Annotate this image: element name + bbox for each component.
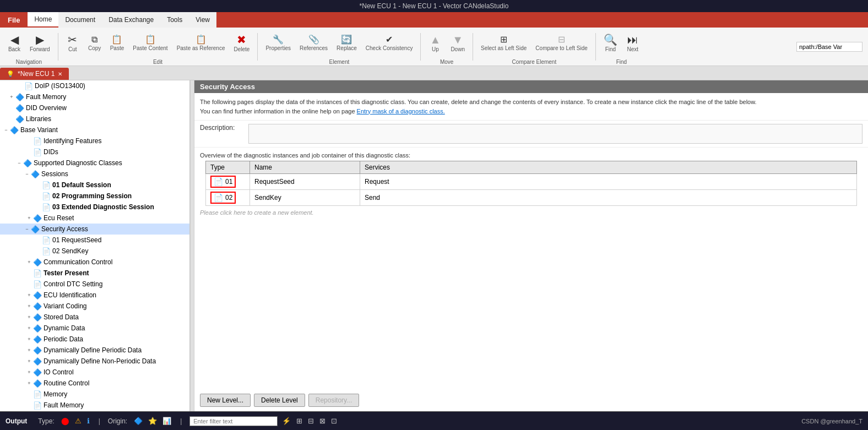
- delete-button[interactable]: ✖ Delete: [229, 28, 254, 58]
- next-button[interactable]: ⏭ Next: [622, 28, 644, 58]
- sidebar-item-req-seed[interactable]: 📄 01 RequestSeed: [0, 235, 189, 246]
- origin-icon-3[interactable]: 📊: [162, 417, 171, 425]
- properties-button[interactable]: 🔧 Properties: [261, 28, 295, 58]
- filter-input[interactable]: [189, 416, 278, 426]
- select-as-left-side-button[interactable]: ⊞ Select as Left Side: [476, 28, 531, 58]
- paste-icon: 📋: [111, 35, 122, 44]
- sidebar-item-dids[interactable]: 📄 DIDs: [0, 146, 189, 157]
- table-row[interactable]: 📄 01 RequestSeed Request: [206, 174, 857, 190]
- properties-icon: 🔧: [273, 35, 284, 44]
- menu-data-exchange[interactable]: Data Exchange: [102, 12, 160, 28]
- table-cell-services-01: Request: [360, 174, 857, 190]
- sidebar-item-session-02[interactable]: 📄 02 Programming Session: [0, 190, 189, 202]
- filter-apply-icon[interactable]: ⚡: [282, 417, 291, 425]
- move-label: Move: [424, 59, 469, 66]
- sidebar-item-session-03[interactable]: 📄 03 Extended Diagnostic Session: [0, 202, 189, 213]
- tab-close-button[interactable]: ✕: [58, 71, 62, 77]
- sidebar-item-ecu-reset[interactable]: + 🔷 Ecu Reset: [0, 213, 189, 224]
- origin-icon-2[interactable]: ⭐: [148, 417, 157, 425]
- menu-view[interactable]: View: [189, 12, 216, 28]
- sidebar-item-send-key[interactable]: 📄 02 SendKey: [0, 246, 189, 257]
- filter-table-icon-3[interactable]: ⊠: [319, 417, 326, 425]
- panel-buttons: New Level... Delete Level Repository...: [194, 389, 868, 411]
- repository-button[interactable]: Repository...: [308, 394, 359, 407]
- filter-table-icon-4[interactable]: ⊡: [331, 417, 337, 425]
- sidebar-item-did-overview[interactable]: 🔷 DID Overview: [0, 102, 189, 113]
- sidebar-item-dynamic-data[interactable]: + 🔷 Dynamic Data: [0, 323, 189, 334]
- sidebar-item-user-defined-fault[interactable]: + 🔷 User Defined Fault Memories: [0, 411, 189, 411]
- sidebar-item-supported-diag[interactable]: − 🔷 Supported Diagnostic Classes: [0, 157, 189, 168]
- cut-icon: ✂: [68, 34, 77, 45]
- sidebar-item-sessions[interactable]: − 🔷 Sessions: [0, 168, 189, 179]
- title-text: *New ECU 1 - New ECU 1 - Vector CANdelaS…: [360, 2, 509, 10]
- sidebar-item-tester-present[interactable]: 📄 Tester Present: [0, 268, 189, 279]
- back-button[interactable]: ◀ Back: [3, 28, 25, 58]
- sidebar-item-routine-control[interactable]: + 🔷 Routine Control: [0, 378, 189, 389]
- copy-button[interactable]: ⧉ Copy: [84, 28, 106, 58]
- separator-2: |: [180, 417, 182, 425]
- back-icon: ◀: [10, 34, 19, 45]
- error-icon[interactable]: ⬤: [61, 417, 69, 425]
- sidebar-item-memory[interactable]: 📄 Memory: [0, 389, 189, 400]
- next-icon: ⏭: [627, 34, 638, 45]
- sidebar-item-io-control[interactable]: + 🔷 IO Control: [0, 367, 189, 378]
- sidebar-item-stored-data[interactable]: + 🔷 Stored Data: [0, 312, 189, 323]
- origin-icon-1[interactable]: 🔷: [134, 417, 143, 425]
- up-button[interactable]: ▲ Up: [424, 28, 446, 58]
- sidebar-item-libraries[interactable]: 🔷 Libraries: [0, 113, 189, 124]
- compare-to-left-side-button[interactable]: ⊟ Compare to Left Side: [531, 28, 592, 58]
- table-row[interactable]: 📄 02 SendKey Send: [206, 190, 857, 206]
- delete-level-button[interactable]: Delete Level: [254, 394, 305, 407]
- help-link[interactable]: Entry mask of a diagnostic class.: [357, 108, 445, 115]
- sidebar-item-doip[interactable]: 📄 DoIP (ISO13400): [0, 80, 189, 91]
- references-button[interactable]: 📎 References: [295, 28, 332, 58]
- sidebar-item-control-dtc[interactable]: 📄 Control DTC Setting: [0, 279, 189, 290]
- sidebar-item-ecu-identification[interactable]: + 🔷 ECU Identification: [0, 290, 189, 301]
- menu-home[interactable]: Home: [28, 12, 58, 28]
- sidebar-item-base-variant[interactable]: − 🔷 Base Variant: [0, 124, 189, 135]
- sidebar-item-fault-memory-2[interactable]: 📄 Fault Memory: [0, 400, 189, 411]
- down-button[interactable]: ▼ Down: [446, 28, 469, 58]
- sidebar-item-variant-coding[interactable]: + 🔷 Variant Coding: [0, 301, 189, 312]
- sidebar-item-identifying-features[interactable]: 📄 Identifying Features: [0, 135, 189, 146]
- menu-file[interactable]: File: [0, 12, 28, 28]
- origin-label: Origin:: [108, 417, 127, 425]
- check-consistency-button[interactable]: ✔ Check Consistency: [361, 28, 417, 58]
- edit-label: Edit: [62, 59, 254, 66]
- warning-icon[interactable]: ⚠: [75, 417, 82, 425]
- resize-handle[interactable]: [190, 80, 194, 411]
- new-level-button[interactable]: New Level...: [200, 394, 251, 407]
- output-label: Output: [6, 417, 27, 425]
- forward-button[interactable]: ▶ Forward: [25, 28, 55, 58]
- menu-bar: File Home Document Data Exchange Tools V…: [0, 12, 868, 28]
- paste-content-button[interactable]: 📋 Paste Content: [128, 28, 172, 58]
- menu-document[interactable]: Document: [58, 12, 102, 28]
- sidebar-item-comm-control[interactable]: + 🔷 Communication Control: [0, 257, 189, 268]
- toolbar-group-navigation: ◀ Back ▶ Forward Navigation: [3, 28, 55, 66]
- sidebar-item-security-access[interactable]: − 🔷 Security Access: [0, 224, 189, 235]
- compare-left-icon: ⊟: [558, 35, 565, 44]
- filter-row: Type: ⬤ ⚠ ℹ | Origin: 🔷 ⭐ 📊 | ⚡ ⊞ ⊟ ⊠ ⊡: [38, 416, 801, 426]
- sidebar-item-fault-memory[interactable]: + 🔷 Fault Memory: [0, 91, 189, 102]
- tab-new-ecu-1[interactable]: 💡 *New ECU 1 ✕: [0, 68, 69, 80]
- replace-icon: 🔄: [341, 35, 352, 44]
- cut-button[interactable]: ✂ Cut: [62, 28, 84, 58]
- sidebar-item-dyn-def-periodic[interactable]: + 🔷 Dynamically Define Periodic Data: [0, 345, 189, 356]
- filter-table-icon-2[interactable]: ⊟: [308, 417, 314, 425]
- path-input[interactable]: [796, 42, 862, 52]
- replace-button[interactable]: 🔄 Replace: [332, 28, 361, 58]
- description-textarea[interactable]: [248, 124, 862, 144]
- magic-line[interactable]: Please click here to create a new elemen…: [194, 206, 868, 219]
- paste-content-icon: 📋: [145, 35, 156, 44]
- main-area: 📄 DoIP (ISO13400) + 🔷 Fault Memory 🔷 DID…: [0, 80, 868, 411]
- filter-table-icon-1[interactable]: ⊞: [296, 417, 302, 425]
- table-cell-services-02: Send: [360, 190, 857, 206]
- paste-as-ref-button[interactable]: 📋 Paste as Reference: [172, 28, 230, 58]
- menu-tools[interactable]: Tools: [160, 12, 189, 28]
- sidebar-item-dyn-def-non-periodic[interactable]: + 🔷 Dynamically Define Non-Periodic Data: [0, 356, 189, 367]
- sidebar-item-periodic-data[interactable]: + 🔷 Periodic Data: [0, 334, 189, 345]
- info-icon[interactable]: ℹ: [87, 417, 90, 425]
- paste-button[interactable]: 📋 Paste: [106, 28, 129, 58]
- sidebar-item-session-01[interactable]: 📄 01 Default Session: [0, 179, 189, 190]
- find-button[interactable]: 🔍 Find: [599, 28, 622, 58]
